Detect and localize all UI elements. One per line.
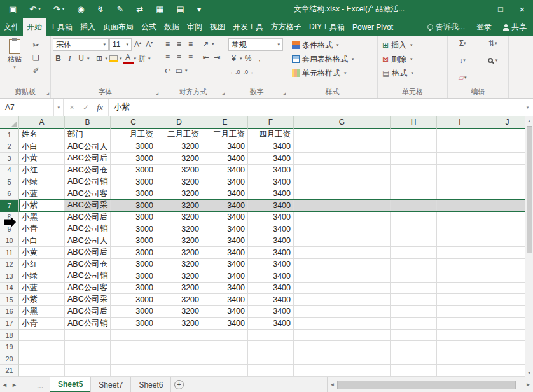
cell[interactable]	[391, 165, 437, 177]
minimize-button[interactable]: —	[468, 0, 490, 18]
cell[interactable]	[248, 365, 294, 377]
expand-formula-bar-icon[interactable]: ▾	[522, 99, 533, 116]
number-dialog-launcher[interactable]: ◢	[282, 92, 286, 95]
redo-icon[interactable]: ↷▾	[50, 2, 68, 16]
cell[interactable]: 3400	[248, 306, 294, 318]
cell[interactable]	[437, 153, 483, 165]
row-header-18[interactable]: 18	[0, 330, 19, 342]
cell[interactable]: 3200	[156, 270, 202, 283]
align-bottom-button[interactable]: ≡	[185, 38, 196, 50]
align-left-button[interactable]: ≡	[162, 52, 173, 63]
row-header-12[interactable]: 12	[0, 259, 19, 271]
ribbon-tab-developer[interactable]: 开发工具	[229, 18, 267, 36]
cell[interactable]: 3200	[156, 165, 202, 177]
ribbon-tab-review[interactable]: 审阅	[183, 18, 206, 36]
cell[interactable]: 3200	[156, 223, 202, 235]
cell[interactable]: 3200	[156, 188, 202, 200]
name-box[interactable]: A7 ▾	[0, 99, 64, 116]
cell[interactable]: 3000	[111, 318, 156, 330]
cell[interactable]: 3400	[202, 153, 248, 165]
cell[interactable]	[437, 353, 483, 365]
ribbon-tab-data[interactable]: 数据	[160, 18, 183, 36]
ribbon-tab-file[interactable]: 文件	[0, 18, 23, 36]
decrease-decimal-button[interactable]: .0→	[242, 66, 256, 78]
conditional-formatting-button[interactable]: 条件格式▾	[289, 38, 375, 52]
borders-dropdown-icon[interactable]: ▾	[106, 56, 108, 61]
vscroll-thumb[interactable]	[527, 126, 532, 253]
cell[interactable]	[437, 212, 483, 224]
cell[interactable]	[19, 341, 65, 353]
column-header-B[interactable]: B	[65, 116, 111, 129]
sheet-tab-sheet5[interactable]: Sheet5	[50, 377, 91, 392]
cancel-icon[interactable]: ×	[65, 103, 79, 112]
cell[interactable]: 小白	[19, 235, 65, 248]
cell[interactable]	[391, 212, 437, 224]
hscroll-right-arrow[interactable]: ►	[523, 382, 533, 388]
shrink-font-button[interactable]: A▾	[144, 39, 155, 50]
ribbon-tab-diy-toolbox[interactable]: DIY工具箱	[305, 18, 349, 36]
cell[interactable]: 3200	[156, 176, 202, 188]
wrap-text-button[interactable]: ↩	[162, 65, 173, 76]
close-button[interactable]: ×	[511, 0, 533, 18]
font-name-combo[interactable]: 宋体▾	[53, 38, 109, 51]
row-header-15[interactable]: 15	[0, 294, 19, 306]
row-header-13[interactable]: 13	[0, 270, 19, 283]
cell[interactable]	[19, 330, 65, 342]
cell[interactable]	[19, 353, 65, 365]
vscroll-down-arrow[interactable]: ▼	[525, 368, 533, 377]
cell[interactable]	[437, 318, 483, 330]
row-header-4[interactable]: 4	[0, 165, 19, 177]
cell[interactable]: 3400	[202, 141, 248, 153]
cell[interactable]	[391, 235, 437, 248]
cell[interactable]: 3400	[202, 188, 248, 200]
cell[interactable]: 小黑	[19, 212, 65, 224]
cell[interactable]: 小蓝	[19, 188, 65, 200]
cell[interactable]: 3200	[156, 318, 202, 330]
cell[interactable]: 3000	[111, 188, 156, 200]
cell[interactable]	[294, 294, 391, 306]
cell[interactable]	[294, 165, 391, 177]
cell[interactable]	[294, 153, 391, 165]
insert-cells-button[interactable]: ⊞ 插入▾	[380, 38, 445, 52]
orientation-dropdown-icon[interactable]: ▾	[212, 41, 214, 46]
row-header-14[interactable]: 14	[0, 283, 19, 295]
grid-icon[interactable]: ▦	[152, 2, 167, 16]
cell[interactable]	[294, 141, 391, 153]
cell[interactable]: 3000	[111, 270, 156, 283]
cell[interactable]: 3000	[111, 141, 156, 153]
column-header-H[interactable]: H	[391, 116, 437, 129]
cell[interactable]	[294, 283, 391, 295]
fill-button[interactable]: ↓▾	[450, 55, 475, 66]
cell[interactable]: 3200	[156, 153, 202, 165]
cell[interactable]: 3400	[248, 235, 294, 248]
find-select-button[interactable]: ▾	[479, 55, 506, 66]
cell[interactable]: 3200	[156, 200, 202, 212]
cell[interactable]: 一月工资	[111, 129, 156, 141]
cell[interactable]	[294, 318, 391, 330]
cell[interactable]: 3000	[111, 247, 156, 259]
vscroll-up-arrow[interactable]: ▲	[525, 116, 533, 125]
cell[interactable]: 3000	[111, 223, 156, 235]
cell[interactable]: ABC公司后	[65, 247, 111, 259]
cell[interactable]	[437, 247, 483, 259]
flash-fill-icon[interactable]: ↯	[93, 2, 107, 16]
cell[interactable]	[391, 141, 437, 153]
row-header-1[interactable]: 1	[0, 129, 19, 141]
hscroll-left-arrow[interactable]: ◄	[328, 382, 337, 388]
cell[interactable]	[391, 283, 437, 295]
fill-color-button[interactable]	[108, 53, 119, 64]
cell[interactable]: 3200	[156, 306, 202, 318]
cell[interactable]: ABC公司销	[65, 270, 111, 283]
row-header-21[interactable]: 21	[0, 365, 19, 377]
cell[interactable]	[156, 353, 202, 365]
cell[interactable]: ABC公司客	[65, 283, 111, 295]
cell[interactable]	[294, 188, 391, 200]
cell[interactable]	[202, 365, 248, 377]
copy-button[interactable]: ❏	[31, 52, 41, 64]
row-header-6[interactable]: 6	[0, 188, 19, 200]
cell[interactable]	[391, 176, 437, 188]
cell[interactable]: 3400	[248, 294, 294, 306]
cell[interactable]	[391, 270, 437, 283]
cell[interactable]: 3200	[156, 294, 202, 306]
row-header-19[interactable]: 19	[0, 341, 19, 353]
